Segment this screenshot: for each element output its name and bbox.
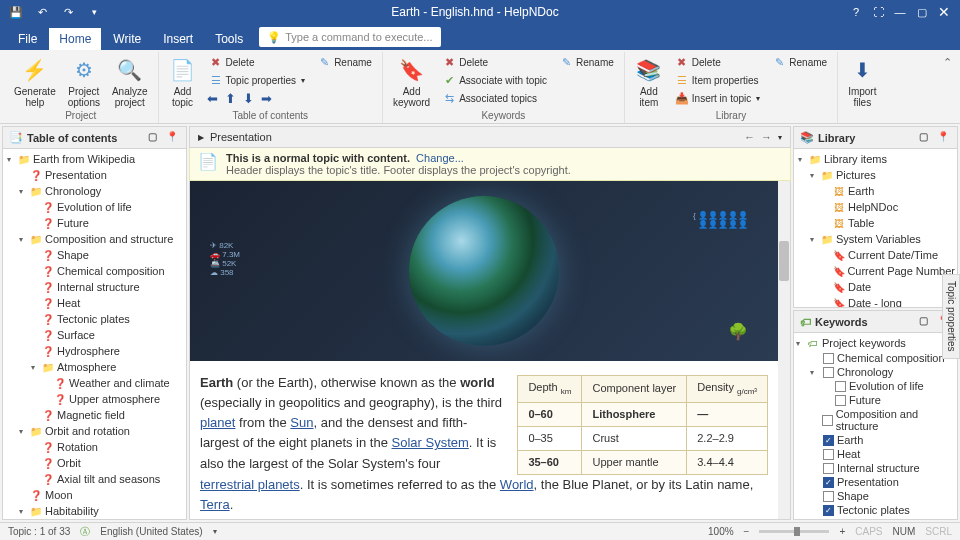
redo-icon[interactable]: ↷ [58, 2, 78, 22]
library-item[interactable]: 🖼Table [794, 215, 957, 231]
toc-item[interactable]: ❓Shape [3, 247, 186, 263]
keywords-tree[interactable]: ▾🏷Project keywordsChemical composition▾C… [794, 333, 957, 519]
topic-properties-tab[interactable]: Topic properties [942, 274, 960, 359]
keyword-item[interactable]: Evolution of life [794, 379, 957, 393]
toc-delete-button[interactable]: ✖Delete [205, 54, 310, 71]
keyword-item[interactable]: Composition and structure [794, 407, 957, 433]
library-item[interactable]: 🖼Earth [794, 183, 957, 199]
lib-rename-button[interactable]: ✎Rename [768, 54, 831, 71]
toc-item[interactable]: ❓Upper atmosphere [3, 391, 186, 407]
toc-item[interactable]: ❓Axial tilt and seasons [3, 471, 186, 487]
panel-pin-icon[interactable]: 📍 [166, 131, 180, 145]
toc-item[interactable]: ❓Hydrosphere [3, 343, 186, 359]
toc-tree[interactable]: ▾📁Earth from Wikipedia❓Presentation▾📁Chr… [3, 149, 186, 519]
toc-rename-button[interactable]: ✎Rename [313, 54, 376, 71]
toc-item[interactable]: ▾📁Orbit and rotation [3, 423, 186, 439]
keywords-root[interactable]: ▾🏷Project keywords [794, 335, 957, 351]
panel-maximize-icon[interactable]: ▢ [148, 131, 162, 145]
panel-maximize-icon[interactable]: ▢ [919, 131, 933, 145]
content-editor[interactable]: ✈ 82K🚗 7.3M🚢 52K☁ 358 { 👤👤👤👤👤 👤👤👤👤👤 🌳 Ea… [189, 181, 791, 520]
nav-prev-icon[interactable]: ← [744, 131, 755, 143]
library-item[interactable]: ▾📁Library items [794, 151, 957, 167]
link-terrestrial[interactable]: terrestrial planets [200, 477, 300, 492]
library-item[interactable]: ▾📁Pictures [794, 167, 957, 183]
toc-item[interactable]: ▾📁Atmosphere [3, 359, 186, 375]
fullscreen-icon[interactable]: ⛶ [868, 2, 888, 22]
help-icon[interactable]: ? [846, 2, 866, 22]
toc-item[interactable]: ▾📁Chronology [3, 183, 186, 199]
library-item[interactable]: ▾📁System Variables [794, 231, 957, 247]
zoom-out-icon[interactable]: − [744, 526, 750, 537]
library-item[interactable]: 🔖Date [794, 279, 957, 295]
crumb-arrow-icon[interactable]: ▶ [198, 133, 204, 142]
toc-item[interactable]: ▾📁Habitability [3, 503, 186, 519]
library-tree[interactable]: ▾📁Library items▾📁Pictures🖼Earth🖼HelpNDoc… [794, 149, 957, 307]
status-language[interactable]: English (United States) [100, 526, 202, 537]
analyze-project-button[interactable]: 🔍Analyzeproject [108, 54, 152, 110]
toc-item[interactable]: ▾📁Composition and structure [3, 231, 186, 247]
article-body[interactable]: Earth (or the Earth), otherwise known as… [190, 361, 778, 519]
toc-item[interactable]: ❓Chemical composition [3, 263, 186, 279]
nav-next-icon[interactable]: → [761, 131, 772, 143]
keyword-item[interactable]: ✓Presentation [794, 475, 957, 489]
keyword-item[interactable]: ✓Tectonic plates [794, 503, 957, 517]
crumb-more-icon[interactable]: ▾ [778, 133, 782, 142]
toc-item[interactable]: ❓Heat [3, 295, 186, 311]
tab-file[interactable]: File [8, 28, 47, 50]
move-up-icon[interactable]: ⬆ [223, 90, 239, 106]
close-icon[interactable]: ✕ [934, 2, 954, 22]
toc-item[interactable]: ❓Evolution of life [3, 199, 186, 215]
toc-item[interactable]: ❓Rotation [3, 439, 186, 455]
add-topic-button[interactable]: 📄Addtopic [165, 54, 201, 110]
toc-item[interactable]: ❓Magnetic field [3, 407, 186, 423]
toc-item[interactable]: ❓Future [3, 215, 186, 231]
toc-item[interactable]: ❓Surface [3, 327, 186, 343]
link-solar-system[interactable]: Solar System [392, 435, 469, 450]
toc-props-button[interactable]: ☰Topic properties▾ [205, 72, 310, 89]
library-item[interactable]: 🔖Current Page Number [794, 263, 957, 279]
zoom-in-icon[interactable]: + [839, 526, 845, 537]
keyword-item[interactable]: ▾Chronology [794, 365, 957, 379]
kw-delete-button[interactable]: ✖Delete [438, 54, 551, 71]
library-item[interactable]: 🔖Current Date/Time [794, 247, 957, 263]
keyword-item[interactable]: Chemical composition [794, 351, 957, 365]
library-item[interactable]: 🔖Date - long [794, 295, 957, 307]
lib-delete-button[interactable]: ✖Delete [671, 54, 764, 71]
link-sun[interactable]: Sun [290, 415, 313, 430]
move-left-icon[interactable]: ⬅ [205, 90, 221, 106]
minimize-icon[interactable]: — [890, 2, 910, 22]
link-planet[interactable]: planet [200, 415, 235, 430]
lib-props-button[interactable]: ☰Item properties [671, 72, 764, 89]
toc-item[interactable]: ❓Internal structure [3, 279, 186, 295]
toc-item[interactable]: ❓Orbit [3, 455, 186, 471]
lib-insert-button[interactable]: 📥Insert in topic▾ [671, 90, 764, 107]
tell-me-search[interactable]: 💡 Type a command to execute... [259, 27, 440, 47]
zoom-slider[interactable] [759, 530, 829, 533]
generate-help-button[interactable]: ⚡Generatehelp [10, 54, 60, 110]
keyword-item[interactable]: Internal structure [794, 461, 957, 475]
keyword-item[interactable]: ✓Earth [794, 433, 957, 447]
import-files-button[interactable]: ⬇Importfiles [844, 54, 880, 110]
tab-home[interactable]: Home [49, 28, 101, 50]
toc-item[interactable]: ❓Moon [3, 487, 186, 503]
add-keyword-button[interactable]: 🔖Addkeyword [389, 54, 434, 110]
editor-scrollbar[interactable] [778, 181, 790, 519]
library-item[interactable]: 🖼HelpNDoc [794, 199, 957, 215]
tab-write[interactable]: Write [103, 28, 151, 50]
kw-assoclist-button[interactable]: ⇆Associated topics [438, 90, 551, 107]
status-zoom[interactable]: 100% [708, 526, 734, 537]
toc-item[interactable]: ❓Tectonic plates [3, 311, 186, 327]
tab-insert[interactable]: Insert [153, 28, 203, 50]
keyword-item[interactable]: Future [794, 393, 957, 407]
move-right-icon[interactable]: ➡ [259, 90, 275, 106]
maximize-icon[interactable]: ▢ [912, 2, 932, 22]
undo-icon[interactable]: ↶ [32, 2, 52, 22]
link-terra[interactable]: Terra [200, 497, 230, 512]
toc-item[interactable]: ❓Weather and climate [3, 375, 186, 391]
link-world[interactable]: World [500, 477, 534, 492]
topic-change-link[interactable]: Change... [416, 152, 464, 164]
save-icon[interactable]: 💾 [6, 2, 26, 22]
collapse-ribbon-icon[interactable]: ⌃ [939, 52, 956, 123]
move-down-icon[interactable]: ⬇ [241, 90, 257, 106]
tab-tools[interactable]: Tools [205, 28, 253, 50]
